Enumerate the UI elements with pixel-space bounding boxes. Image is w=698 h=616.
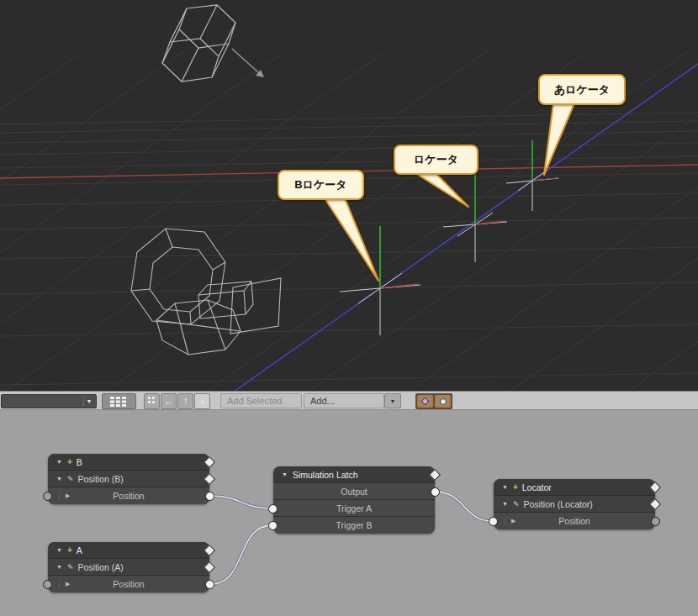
locator-header[interactable]: ▼ + Locator [494, 479, 655, 496]
channel-label: Position [113, 491, 144, 501]
link-style-circle-button[interactable] [435, 395, 451, 408]
node-arrange-button[interactable] [144, 393, 160, 409]
node-locator[interactable]: ▼ + Locator ▼ ✎ Position (Locator) ⋮▶ Po… [494, 479, 655, 529]
link-style-group [415, 393, 452, 409]
node-b-channel-group[interactable]: ▼ ✎ Position (B) [48, 471, 209, 487]
item-type-icon: + [513, 483, 518, 492]
collapse-triangle-icon[interactable]: ▼ [56, 476, 62, 482]
preset-dropdown[interactable]: ▼ [1, 394, 97, 408]
chevron-down-icon: ▼ [390, 398, 396, 404]
arrow-left-button[interactable]: ← [161, 393, 177, 409]
input-port[interactable] [268, 504, 278, 513]
collapse-triangle-icon[interactable]: ▼ [56, 459, 62, 465]
transform-arrow [232, 49, 264, 77]
channel-group-label: Position (B) [77, 474, 123, 484]
collapse-triangle-icon[interactable]: ▼ [282, 471, 288, 477]
channel-group-label: Position (Locator) [523, 499, 592, 509]
output-port[interactable] [651, 517, 660, 526]
collapse-triangle-icon[interactable]: ▼ [502, 501, 508, 507]
output-port[interactable] [431, 487, 440, 497]
collapse-triangle-icon[interactable]: ▼ [56, 547, 62, 553]
node-a[interactable]: ▼ + A ▼ ✎ Position (A) ⋮▶ Position [48, 542, 209, 592]
pencil-icon: ✎ [67, 563, 74, 571]
axis-z-blue [234, 64, 698, 392]
node-title: B [77, 457, 82, 467]
latch-header[interactable]: ▼ Simulation Latch [273, 466, 435, 483]
schematic-view[interactable]: ▼ + B ▼ ✎ Position (B) ⋮▶ Position ▼ [0, 410, 698, 616]
node-title: A [77, 545, 82, 555]
node-title: Locator [522, 482, 552, 492]
input-port[interactable] [43, 492, 52, 501]
input-port[interactable] [268, 521, 278, 530]
locator-item[interactable] [443, 175, 507, 262]
callout-label: あロケータ [554, 82, 610, 97]
input-port[interactable] [43, 580, 52, 589]
collapse-triangle-icon[interactable]: ▼ [502, 484, 508, 490]
arrow-down-button[interactable]: ↓ [194, 393, 210, 409]
circle-icon [440, 398, 447, 405]
callout-label: Bロケータ [294, 177, 346, 192]
viewport-3d[interactable]: あロケータ ロケータ Bロケータ [0, 0, 698, 392]
chevron-down-icon: ▼ [83, 397, 94, 406]
application-window: あロケータ ロケータ Bロケータ ▼ ← ↑ ↓ Add Sel [0, 0, 698, 616]
pencil-icon: ✎ [513, 500, 520, 508]
node-b-header[interactable]: ▼ + B [48, 454, 209, 471]
node-a-channel-group[interactable]: ▼ ✎ Position (A) [48, 559, 209, 576]
arrow-down-icon: ↓ [200, 395, 205, 407]
view-layout-button[interactable] [102, 393, 136, 409]
add-dropdown-button[interactable]: ▼ [384, 393, 401, 408]
node-a-position-row[interactable]: ⋮▶ Position [48, 576, 209, 592]
channel-label: Output [341, 487, 368, 497]
rows-icon [110, 397, 128, 407]
node-title: Simulation Latch [293, 470, 358, 480]
latch-trigger-b-row[interactable]: Trigger B [273, 517, 435, 534]
latch-trigger-a-row[interactable]: Trigger A [273, 500, 435, 517]
pencil-icon: ✎ [67, 475, 74, 483]
drag-dots-icon: ⋮ [501, 518, 508, 525]
play-triangle-icon: ▶ [66, 581, 70, 587]
arrow-left-icon: ← [164, 395, 174, 407]
output-port[interactable] [205, 580, 214, 589]
callout-a-locator: あロケータ [538, 74, 626, 105]
wireframe-prism [162, 5, 235, 82]
add-button[interactable]: Add... [304, 393, 384, 408]
item-type-icon: + [67, 546, 72, 555]
channel-label: Position [558, 516, 590, 526]
dots-grid-icon [148, 397, 156, 404]
schematic-toolbar: ▼ ← ↑ ↓ Add Selected Add... ▼ [0, 391, 698, 410]
node-simulation-latch[interactable]: ▼ Simulation Latch Output Trigger A Trig… [273, 466, 435, 534]
add-selected-button[interactable]: Add Selected [220, 393, 302, 408]
play-triangle-icon: ▶ [511, 518, 516, 524]
node-b-position-row[interactable]: ⋮▶ Position [48, 487, 209, 504]
callout-locator: ロケータ [394, 145, 479, 175]
node-b[interactable]: ▼ + B ▼ ✎ Position (B) ⋮▶ Position [48, 454, 209, 504]
locator-position-row[interactable]: ⋮▶ Position [494, 513, 655, 529]
link-style-diamond-button[interactable] [417, 395, 433, 408]
drag-dots-icon: ⋮ [56, 492, 62, 500]
diamond-icon [421, 398, 430, 406]
item-type-icon: + [67, 458, 72, 466]
input-port[interactable] [489, 517, 498, 526]
channel-label: Trigger B [336, 520, 373, 530]
callout-b-locator: Bロケータ [278, 170, 364, 200]
output-port[interactable] [205, 492, 214, 501]
channel-label: Trigger A [336, 503, 372, 513]
locator-channel-group[interactable]: ▼ ✎ Position (Locator) [494, 496, 655, 513]
collapse-triangle-icon[interactable]: ▼ [56, 564, 62, 570]
node-a-header[interactable]: ▼ + A [48, 542, 209, 559]
callout-label: ロケータ [414, 152, 458, 167]
arrow-up-button[interactable]: ↑ [177, 393, 193, 409]
arrow-up-icon: ↑ [183, 395, 188, 407]
grid-lines-x [0, 113, 698, 385]
channel-group-label: Position (A) [77, 562, 123, 572]
channel-label: Position [113, 579, 144, 589]
locator-b-item[interactable] [340, 226, 420, 335]
play-triangle-icon: ▶ [66, 492, 70, 499]
drag-dots-icon: ⋮ [56, 581, 62, 588]
latch-output-row[interactable]: Output [273, 483, 435, 500]
